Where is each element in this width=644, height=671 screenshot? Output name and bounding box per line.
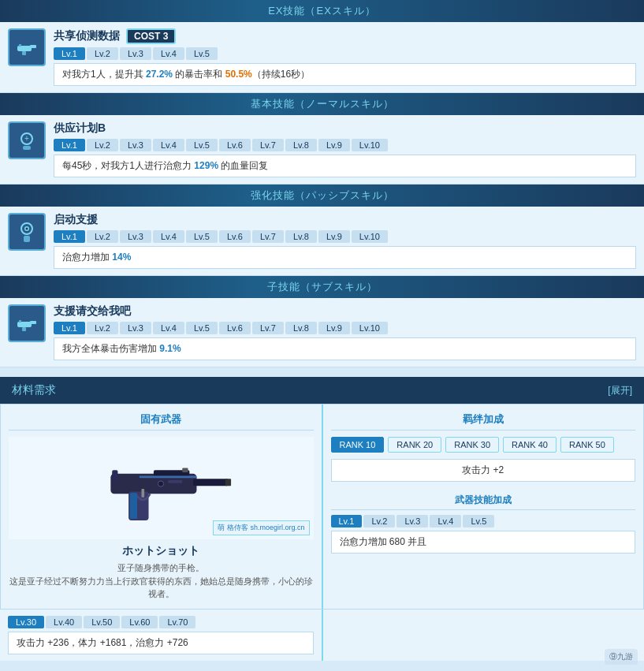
ex-lv4-btn[interactable]: Lv.4 bbox=[153, 47, 184, 60]
weapon-tech-level-bar: Lv.1 Lv.2 Lv.3 Lv.4 Lv.5 bbox=[331, 515, 636, 527]
jiuyou-logo: ⑨九游 bbox=[605, 649, 638, 661]
basic-lv10-btn[interactable]: Lv.10 bbox=[352, 139, 388, 151]
svg-rect-11 bbox=[17, 322, 32, 327]
ex-skill-row: 共享侦测数据 COST 3 Lv.1 Lv.2 Lv.3 Lv.4 Lv.5 对… bbox=[0, 22, 644, 93]
sub-lv6-btn[interactable]: Lv.6 bbox=[219, 322, 251, 334]
enhanced-lv9-btn[interactable]: Lv.9 bbox=[318, 230, 350, 243]
sub-lv2-btn[interactable]: Lv.2 bbox=[87, 322, 118, 334]
weapon-right-panel: 羁绊加成 RANK 10 RANK 20 RANK 30 RANK 40 RAN… bbox=[323, 404, 644, 609]
svg-rect-27 bbox=[168, 480, 182, 483]
basic-skill-icon: + bbox=[8, 121, 46, 159]
rank10-btn[interactable]: RANK 10 bbox=[331, 437, 385, 453]
weapon-name: ホットショット bbox=[9, 544, 314, 558]
tech-lv5-btn[interactable]: Lv.5 bbox=[463, 515, 494, 527]
tech-lv3-btn[interactable]: Lv.3 bbox=[396, 515, 428, 527]
weapon-level-bar: Lv.30 Lv.40 Lv.50 Lv.60 Lv.70 bbox=[8, 616, 314, 628]
materials-section: 材料需求 [展开] 固有武器 bbox=[0, 377, 644, 661]
watermark-text: 萌 格侍客 sh.moegirl.org.cn bbox=[213, 520, 309, 535]
rank40-btn[interactable]: RANK 40 bbox=[503, 437, 557, 453]
bottom-grid: Lv.30 Lv.40 Lv.50 Lv.60 Lv.70 攻击力 +236，体… bbox=[0, 609, 644, 661]
bond-bonus-title: 羁绊加成 bbox=[331, 412, 636, 431]
ex-header: EX技能（EXスキル） bbox=[0, 0, 644, 22]
basic-lv1-btn[interactable]: Lv.1 bbox=[54, 139, 85, 151]
basic-lv2-btn[interactable]: Lv.2 bbox=[87, 139, 118, 151]
tech-lv1-btn[interactable]: Lv.1 bbox=[331, 515, 363, 527]
svg-text:+: + bbox=[24, 134, 29, 143]
svg-rect-18 bbox=[193, 479, 229, 486]
sub-lv3-btn[interactable]: Lv.3 bbox=[120, 322, 151, 334]
svg-rect-22 bbox=[142, 489, 145, 498]
basic-level-bar: Lv.1 Lv.2 Lv.3 Lv.4 Lv.5 Lv.6 Lv.7 Lv.8 … bbox=[54, 139, 636, 151]
enhanced-lv2-btn[interactable]: Lv.2 bbox=[87, 230, 118, 243]
ex-lv1-btn[interactable]: Lv.1 bbox=[54, 47, 85, 60]
ex-level-bar: Lv.1 Lv.2 Lv.3 Lv.4 Lv.5 bbox=[54, 47, 636, 60]
basic-skill-desc: 每45秒，对我方1人进行治愈力 129% 的血量回复 bbox=[54, 155, 636, 177]
svg-point-10 bbox=[26, 228, 28, 230]
sub-skill-name: 支援请交给我吧 bbox=[54, 304, 131, 319]
weapon-level-stats: 攻击力 +236，体力 +1681，治愈力 +726 bbox=[8, 632, 314, 654]
tech-lv4-btn[interactable]: Lv.4 bbox=[430, 515, 461, 527]
rank-buttons: RANK 10 RANK 20 RANK 30 RANK 40 RANK 50 bbox=[331, 437, 636, 453]
sub-lv5-btn[interactable]: Lv.5 bbox=[186, 322, 218, 334]
wlv30-btn[interactable]: Lv.30 bbox=[8, 616, 44, 628]
materials-header: 材料需求 [展开] bbox=[0, 377, 644, 404]
basic-lv4-btn[interactable]: Lv.4 bbox=[153, 139, 184, 151]
enhanced-lv10-btn[interactable]: Lv.10 bbox=[352, 230, 388, 243]
wlv50-btn[interactable]: Lv.50 bbox=[84, 616, 120, 628]
sub-lv9-btn[interactable]: Lv.9 bbox=[318, 322, 350, 334]
rank20-btn[interactable]: RANK 20 bbox=[388, 437, 441, 453]
ex-lv2-btn[interactable]: Lv.2 bbox=[87, 47, 118, 60]
inherent-weapon-title: 固有武器 bbox=[9, 412, 314, 431]
enhanced-lv6-btn[interactable]: Lv.6 bbox=[219, 230, 251, 243]
rank50-btn[interactable]: RANK 50 bbox=[560, 437, 614, 453]
sub-skill-desc: 我方全体暴击伤害增加 9.1% bbox=[54, 337, 636, 360]
sub-skill-content: 支援请交给我吧 Lv.1 Lv.2 Lv.3 Lv.4 Lv.5 Lv.6 Lv… bbox=[54, 304, 636, 360]
basic-lv3-btn[interactable]: Lv.3 bbox=[120, 139, 151, 151]
sub-lv7-btn[interactable]: Lv.7 bbox=[252, 322, 284, 334]
expand-button[interactable]: [展开] bbox=[608, 384, 632, 397]
enhanced-skill-row: 启动支援 Lv.1 Lv.2 Lv.3 Lv.4 Lv.5 Lv.6 Lv.7 … bbox=[0, 207, 644, 276]
svg-rect-21 bbox=[183, 468, 188, 472]
wlv60-btn[interactable]: Lv.60 bbox=[121, 616, 158, 628]
tech-lv2-btn[interactable]: Lv.2 bbox=[363, 515, 395, 527]
rank-stat: 攻击力 +2 bbox=[331, 459, 636, 482]
basic-lv7-btn[interactable]: Lv.7 bbox=[252, 139, 284, 151]
basic-lv8-btn[interactable]: Lv.8 bbox=[285, 139, 317, 151]
enhanced-section: 强化技能（パッシブスキル） 启动支援 Lv.1 Lv.2 Lv.3 Lv.4 L… bbox=[0, 185, 644, 276]
enhanced-lv3-btn[interactable]: Lv.3 bbox=[120, 230, 151, 243]
basic-lv5-btn[interactable]: Lv.5 bbox=[186, 139, 218, 151]
svg-rect-25 bbox=[112, 470, 117, 481]
enhanced-lv5-btn[interactable]: Lv.5 bbox=[186, 230, 218, 243]
enhanced-lv7-btn[interactable]: Lv.7 bbox=[252, 230, 284, 243]
svg-rect-0 bbox=[17, 46, 32, 51]
wlv40-btn[interactable]: Lv.40 bbox=[46, 616, 82, 628]
svg-rect-12 bbox=[30, 321, 36, 324]
basic-lv6-btn[interactable]: Lv.6 bbox=[219, 139, 251, 151]
wlv70-btn[interactable]: Lv.70 bbox=[159, 616, 195, 628]
weapon-flavor1: 亚子随身携带的手枪。 这是亚子经过不断努力力当上行政官获得的东西，她始总是随身携… bbox=[9, 561, 314, 601]
sub-lv1-btn[interactable]: Lv.1 bbox=[54, 322, 85, 334]
basic-lv9-btn[interactable]: Lv.9 bbox=[318, 139, 350, 151]
enhanced-lv8-btn[interactable]: Lv.8 bbox=[285, 230, 317, 243]
sub-lv4-btn[interactable]: Lv.4 bbox=[153, 322, 184, 334]
sub-lv10-btn[interactable]: Lv.10 bbox=[352, 322, 388, 334]
enhanced-skill-desc: 治愈力增加 14% bbox=[54, 246, 636, 269]
weapon-left-panel: 固有武器 bbox=[1, 404, 323, 609]
enhanced-lv1-btn[interactable]: Lv.1 bbox=[54, 230, 85, 243]
ex-skill-content: 共享侦测数据 COST 3 Lv.1 Lv.2 Lv.3 Lv.4 Lv.5 对… bbox=[54, 28, 636, 86]
weapon-level-section: Lv.30 Lv.40 Lv.50 Lv.60 Lv.70 攻击力 +236，体… bbox=[0, 609, 323, 661]
ex-lv3-btn[interactable]: Lv.3 bbox=[120, 47, 151, 60]
sub-header: 子技能（サブスキル） bbox=[0, 276, 644, 298]
rank30-btn[interactable]: RANK 30 bbox=[445, 437, 499, 453]
ex-lv5-btn[interactable]: Lv.5 bbox=[186, 47, 218, 60]
svg-rect-2 bbox=[22, 51, 26, 55]
svg-point-26 bbox=[158, 481, 164, 486]
weapon-image bbox=[82, 445, 240, 531]
sub-skill-icon bbox=[8, 304, 46, 342]
sub-section: 子技能（サブスキル） 支援请交给我吧 Lv.1 Lv.2 Lv.3 Lv.4 L… bbox=[0, 276, 644, 367]
svg-rect-6 bbox=[23, 146, 31, 150]
basic-skill-name: 供应计划B bbox=[54, 121, 106, 136]
sub-lv8-btn[interactable]: Lv.8 bbox=[285, 322, 317, 334]
enhanced-level-bar: Lv.1 Lv.2 Lv.3 Lv.4 Lv.5 Lv.6 Lv.7 Lv.8 … bbox=[54, 230, 636, 243]
enhanced-lv4-btn[interactable]: Lv.4 bbox=[153, 230, 184, 243]
